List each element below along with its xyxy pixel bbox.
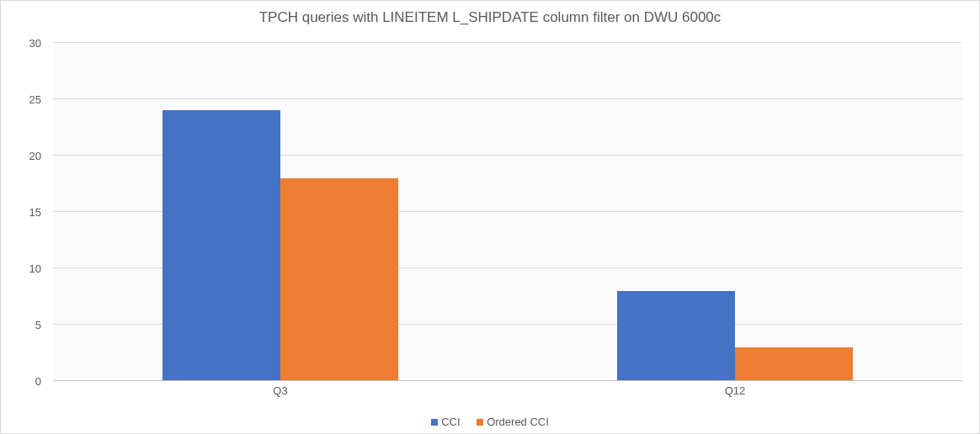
legend-swatch-cci (431, 419, 438, 426)
chart-container: TPCH queries with LINEITEM L_SHIPDATE co… (0, 0, 980, 434)
bar-q3-cci (162, 110, 280, 381)
chart-title: TPCH queries with LINEITEM L_SHIPDATE co… (1, 1, 979, 26)
plot-area (53, 43, 962, 381)
ytick-20: 20 (1, 150, 48, 162)
gridline (53, 42, 962, 43)
xcat-q3: Q3 (273, 384, 287, 397)
legend-item-cci: CCI (431, 415, 460, 428)
bar-q3-ordered (280, 178, 398, 381)
legend-label-cci: CCI (441, 415, 460, 428)
legend-item-ordered: Ordered CCI (477, 415, 549, 428)
ytick-0: 0 (1, 375, 48, 388)
bar-q12-cci (617, 291, 735, 381)
ytick-15: 15 (1, 206, 48, 219)
ytick-30: 30 (1, 37, 48, 50)
legend: CCI Ordered CCI (1, 415, 979, 429)
bar-q12-ordered (735, 347, 853, 381)
legend-swatch-ordered (477, 419, 483, 426)
ytick-5: 5 (1, 319, 48, 331)
gridline (53, 98, 962, 99)
ytick-25: 25 (1, 93, 48, 106)
legend-label-ordered: Ordered CCI (487, 415, 549, 428)
x-axis-baseline (53, 380, 962, 381)
xcat-q12: Q12 (725, 384, 746, 397)
ytick-10: 10 (1, 262, 48, 275)
